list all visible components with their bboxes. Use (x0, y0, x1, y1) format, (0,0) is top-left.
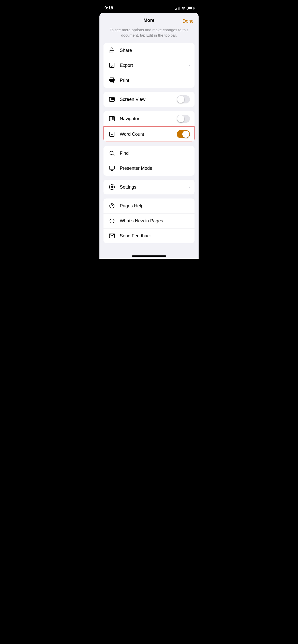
presenter-icon (108, 164, 116, 172)
share-label: Share (120, 48, 190, 53)
screen-view-toggle[interactable] (177, 95, 190, 103)
menu-item-presenter-mode[interactable]: Presenter Mode (103, 161, 195, 176)
whats-new-label: What's New in Pages (120, 218, 190, 224)
navigator-toggle[interactable] (177, 115, 190, 123)
print-icon (108, 76, 116, 84)
print-label: Print (120, 78, 190, 83)
word-count-toggle[interactable] (177, 130, 190, 138)
feedback-icon (108, 232, 116, 240)
send-feedback-label: Send Feedback (120, 233, 190, 239)
more-sheet: More Done To see more options and make c… (99, 13, 199, 259)
menu-item-whats-new[interactable]: What's New in Pages (103, 213, 195, 228)
sheet-subtitle: To see more options and make changes to … (99, 26, 199, 43)
export-icon (108, 62, 116, 69)
word-count-label: Word Count (120, 132, 177, 137)
svg-line-16 (113, 154, 114, 156)
menu-item-share[interactable]: Share (103, 43, 195, 58)
svg-line-30 (110, 222, 111, 223)
settings-chevron: › (189, 185, 190, 189)
pages-help-label: Pages Help (120, 203, 190, 209)
svg-point-3 (113, 80, 114, 80)
signal-icon (175, 6, 180, 10)
screen-view-label: Screen View (120, 97, 177, 102)
menu-item-settings[interactable]: Settings › (103, 180, 195, 194)
menu-item-word-count[interactable]: 42 Word Count (103, 126, 195, 142)
status-time: 9:18 (105, 6, 113, 11)
svg-point-23 (112, 207, 112, 207)
phone-container: 9:18 More Done (99, 0, 199, 259)
navigator-label: Navigator (120, 116, 177, 121)
whats-new-icon (108, 217, 116, 225)
bottom-spacer (99, 247, 199, 252)
sheet-header: More Done (99, 13, 199, 26)
section-find: Find Presenter Mode (103, 146, 195, 176)
find-icon (108, 149, 116, 157)
section-screen-view: Screen View (103, 92, 195, 107)
export-chevron: › (189, 63, 190, 68)
home-indicator (132, 255, 166, 257)
wifi-icon (181, 7, 186, 10)
done-button[interactable]: Done (183, 17, 193, 25)
menu-item-send-feedback[interactable]: Send Feedback (103, 228, 195, 243)
svg-line-31 (113, 219, 114, 220)
status-icons (175, 6, 193, 10)
battery-icon (187, 7, 193, 10)
word-count-icon: 42 (108, 130, 116, 138)
svg-rect-5 (110, 98, 112, 100)
sheet-title: More (143, 18, 154, 23)
svg-line-28 (110, 219, 111, 220)
menu-item-print[interactable]: Print (103, 73, 195, 88)
menu-item-screen-view[interactable]: Screen View (103, 92, 195, 107)
settings-icon (108, 183, 116, 191)
settings-label: Settings (120, 185, 189, 190)
section-settings: Settings › (103, 180, 195, 194)
svg-rect-17 (109, 166, 114, 169)
svg-line-29 (113, 222, 114, 223)
menu-item-find[interactable]: Find (103, 146, 195, 161)
svg-text:42: 42 (111, 133, 113, 136)
section-navigator: Navigator 42 Word Count (103, 111, 195, 142)
navigator-icon (108, 115, 116, 122)
menu-item-pages-help[interactable]: Pages Help (103, 198, 195, 213)
share-icon (108, 47, 116, 54)
screen-view-icon (108, 96, 116, 103)
presenter-mode-label: Presenter Mode (120, 166, 190, 171)
export-label: Export (120, 63, 189, 68)
section-help: Pages Help What's New in Pages (103, 198, 195, 243)
status-bar: 9:18 (99, 0, 199, 13)
section-actions: Share Export › (103, 43, 195, 88)
menu-item-export[interactable]: Export › (103, 58, 195, 73)
svg-point-21 (111, 186, 113, 188)
find-label: Find (120, 151, 190, 156)
help-icon (108, 202, 116, 210)
menu-item-navigator[interactable]: Navigator (103, 111, 195, 126)
